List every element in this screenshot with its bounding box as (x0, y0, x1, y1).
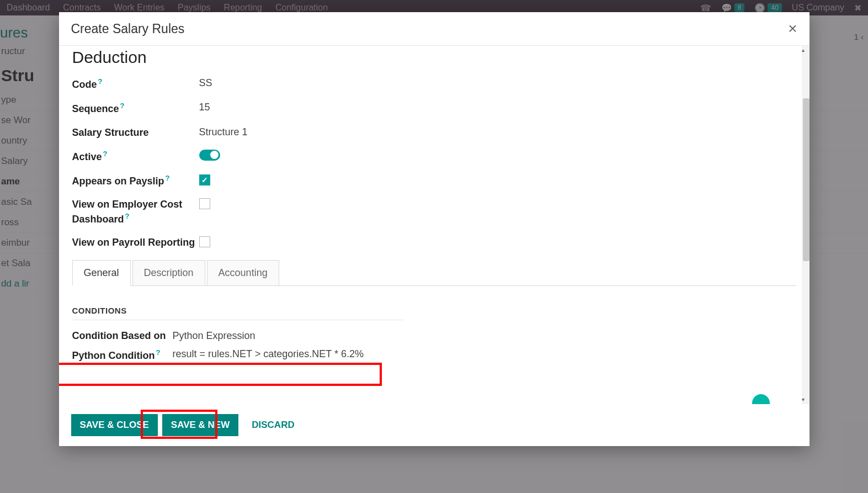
label-code: Code? (72, 77, 199, 91)
modal-title: Create Salary Rules (71, 22, 185, 36)
label-employer-cost: View on Employer Cost Dashboard? (72, 198, 199, 226)
label-python-condition: Python Condition? (72, 348, 173, 362)
label-salary-structure: Salary Structure (72, 126, 199, 139)
value-salary-structure[interactable]: Structure 1 (199, 126, 248, 138)
annotation-highlight-python-condition (59, 363, 382, 386)
scroll-up-icon[interactable]: ▴ (802, 47, 808, 54)
modal-dialog: Create Salary Rules × ▴ ▾ Deduction Code… (59, 12, 810, 446)
checkbox-appears-on-payslip[interactable] (199, 174, 210, 185)
label-payroll-reporting: View on Payroll Reporting (72, 236, 199, 249)
save-new-button[interactable]: SAVE & NEW (162, 414, 238, 436)
help-icon[interactable]: ? (103, 150, 108, 158)
value-condition-based-on[interactable]: Python Expression (173, 330, 255, 342)
checkbox-payroll-reporting[interactable] (199, 236, 210, 247)
help-icon[interactable]: ? (98, 77, 103, 86)
label-appears-payslip: Appears on Payslip? (72, 173, 199, 188)
help-icon[interactable]: ? (120, 102, 125, 110)
value-sequence[interactable]: 15 (199, 101, 210, 113)
scroll-down-icon[interactable]: ▾ (802, 396, 808, 403)
modal-footer: SAVE & CLOSE SAVE & NEW DISCARD (59, 404, 810, 446)
modal-header: Create Salary Rules × (59, 12, 810, 46)
label-active: Active? (72, 149, 199, 163)
save-close-button[interactable]: SAVE & CLOSE (71, 414, 158, 436)
label-sequence: Sequence? (72, 101, 199, 115)
label-condition-based-on: Condition Based on (72, 330, 173, 342)
toggle-active[interactable] (199, 150, 220, 161)
tab-bar: General Description Accounting (72, 260, 796, 286)
scroll-thumb[interactable] (803, 98, 810, 261)
section-conditions: CONDITIONS (72, 306, 403, 320)
value-python-condition[interactable]: result = rules.NET > categories.NET * 6.… (173, 348, 364, 360)
tab-general[interactable]: General (72, 260, 131, 286)
help-icon[interactable]: ? (166, 174, 170, 182)
modal-overlay: Create Salary Rules × ▴ ▾ Deduction Code… (0, 0, 868, 493)
help-icon[interactable]: ? (156, 348, 160, 357)
tab-accounting[interactable]: Accounting (207, 260, 279, 286)
discard-button[interactable]: DISCARD (243, 414, 303, 436)
value-code[interactable]: SS (199, 77, 212, 89)
help-icon[interactable]: ? (125, 212, 130, 220)
tab-description[interactable]: Description (132, 260, 205, 286)
category-title: Deduction (72, 48, 796, 67)
close-icon[interactable]: × (788, 21, 797, 36)
scrollbar[interactable]: ▴ ▾ (802, 46, 810, 404)
float-bubble[interactable] (752, 394, 770, 404)
checkbox-employer-cost[interactable] (199, 198, 210, 209)
modal-body: ▴ ▾ Deduction Code? SS Sequence? 15 Sala… (59, 46, 810, 404)
